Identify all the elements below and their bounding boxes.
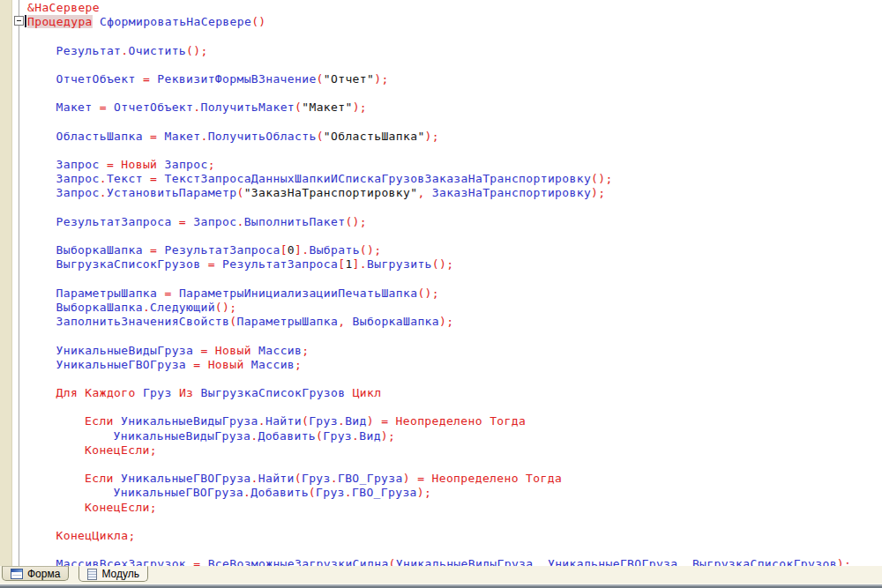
code-line <box>0 86 882 100</box>
minus-glyph <box>17 20 21 21</box>
tab-forma[interactable]: Форма <box>2 566 69 581</box>
code-line <box>0 144 882 158</box>
code-line: ОбластьШапка = Макет.ПолучитьОбласть("Об… <box>0 130 882 144</box>
tab-forma-label: Форма <box>27 568 60 580</box>
code-line <box>0 329 882 343</box>
code-line: КонецЕсли; <box>0 501 882 515</box>
code-line: Запрос.УстановитьПараметр("ЗаказНаТрансп… <box>0 186 882 200</box>
code-line <box>0 543 882 557</box>
code-line: ЗаполнитьЗначенияСвойств(ПараметрыШапка,… <box>0 315 882 329</box>
code-line: ВыгрузкаСписокГрузов = РезультатЗапроса[… <box>0 257 882 272</box>
code-line <box>0 229 882 243</box>
code-line: &НаСервере <box>0 1 882 15</box>
window-bottom-edge <box>0 584 882 588</box>
code-line: Результат.Очистить(); <box>0 44 882 58</box>
module-icon <box>87 569 97 580</box>
bottom-tab-bar: Форма Модуль <box>0 566 882 584</box>
code-line: КонецЦикла; <box>0 529 882 543</box>
code-line: Если УникальныеВидыГруза.Найти(Груз.Вид)… <box>0 414 882 428</box>
code-line <box>0 58 882 72</box>
code-line: УникальныеГВОГруза.Добавить(Груз.ГВО_Гру… <box>0 486 882 500</box>
code-line: РезультатЗапроса = Запрос.ВыполнитьПакет… <box>0 215 882 229</box>
code-line <box>0 272 882 287</box>
code-line: УникальныеВидыГруза.Добавить(Груз.Вид); <box>0 429 882 443</box>
collapse-minus-icon[interactable] <box>14 16 24 26</box>
code-line: МассивВсехЗагрузок = ВсеВозможныеЗагрузк… <box>0 557 882 566</box>
code-line: Макет = ОтчетОбъект.ПолучитьМакет("Макет… <box>0 100 882 115</box>
code-line: ОтчетОбъект = РеквизитФормыВЗначение("От… <box>0 72 882 86</box>
code-line <box>0 115 882 130</box>
code-line: Для Каждого Груз Из ВыгрузкаСписокГрузов… <box>0 386 882 400</box>
code-lines[interactable]: &НаСервереПроцедура СформироватьНаСервер… <box>0 1 882 566</box>
code-line: КонецЕсли; <box>0 443 882 458</box>
code-line <box>0 201 882 215</box>
code-line: Запрос.Текст = ТекстЗапросаДанныхШапкиИС… <box>0 172 882 186</box>
code-line: ПараметрыШапка = ПараметрыИнициализацииП… <box>0 287 882 301</box>
code-line: ВыборкаШапка.Следующий(); <box>0 301 882 315</box>
module-editor-window: &НаСервереПроцедура СформироватьНаСервер… <box>0 0 882 588</box>
code-line: Если УникальныеГВОГруза.Найти(Груз.ГВО_Г… <box>0 472 882 486</box>
code-line: УникальныеГВОГруза = Новый Массив; <box>0 358 882 372</box>
code-line <box>0 515 882 529</box>
code-line: УникальныеВидыГруза = Новый Массив; <box>0 344 882 358</box>
code-line <box>0 400 882 414</box>
code-line <box>0 372 882 386</box>
tab-module[interactable]: Модуль <box>78 566 148 582</box>
code-line <box>0 29 882 43</box>
form-icon <box>11 569 23 579</box>
code-editor[interactable]: &НаСервереПроцедура СформироватьНаСервер… <box>0 0 882 566</box>
code-line: Запрос = Новый Запрос; <box>0 158 882 172</box>
tab-module-label: Модуль <box>101 568 139 580</box>
code-line <box>0 458 882 472</box>
code-line: ВыборкаШапка = РезультатЗапроса[0].Выбра… <box>0 243 882 257</box>
code-line: Процедура СформироватьНаСервере() <box>0 15 882 29</box>
